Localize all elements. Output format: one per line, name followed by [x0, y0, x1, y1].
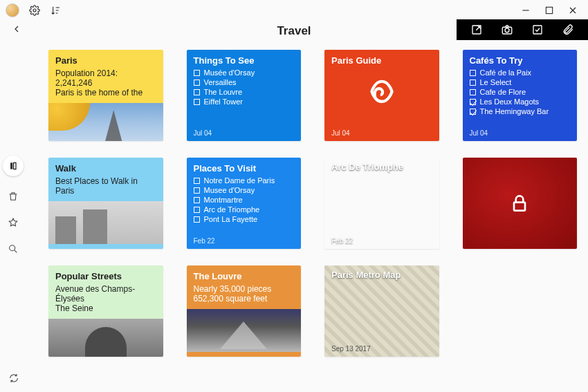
card-date: Jul 04	[194, 129, 212, 137]
svg-rect-6	[10, 162, 12, 169]
avatar[interactable]	[6, 3, 19, 17]
card-title: The Louvre	[194, 271, 295, 281]
attachment-icon[interactable]	[562, 24, 574, 36]
note-card-things-to-see[interactable]: Things To See Musée d'Orsay Versailles T…	[187, 50, 302, 141]
list-item: Café de la Paix	[470, 68, 571, 77]
note-card-walk[interactable]: Walk Best Places to Walk in Paris	[48, 158, 163, 249]
list-item: The Louvre	[194, 88, 295, 96]
note-card-places-to-visit[interactable]: Places To Visit Notre Dame de Paris Muse…	[187, 158, 302, 249]
card-text: Best Places to Walk in Paris	[55, 176, 156, 196]
star-icon[interactable]	[7, 216, 19, 229]
sort-icon[interactable]	[50, 5, 61, 16]
note-card-locked[interactable]	[463, 158, 578, 249]
list-item: Notre Dame de Paris	[194, 176, 295, 185]
maximize-icon[interactable]	[544, 5, 555, 16]
card-image	[48, 319, 163, 357]
view-toggle-button[interactable]	[3, 156, 24, 176]
list-item: Musee d'Orsay	[194, 186, 295, 194]
card-title: Paris Guide	[331, 55, 432, 66]
card-title: Paris Metro Map	[331, 270, 401, 280]
card-title: Places To Visit	[194, 163, 295, 174]
list-item: Arc de Triomphe	[194, 205, 295, 214]
sync-icon[interactable]	[8, 373, 19, 384]
svg-rect-5	[533, 26, 542, 34]
svg-rect-1	[546, 7, 552, 13]
camera-icon[interactable]	[501, 24, 513, 36]
note-card-arc-de-triomphe[interactable]: Arc De Triomphe Feb 22	[324, 158, 439, 249]
note-card-paris[interactable]: Paris Population 2014: 2,241,246 Paris i…	[48, 50, 163, 141]
card-date: Jul 04	[331, 129, 350, 137]
notes-grid: Paris Population 2014: 2,241,246 Paris i…	[48, 50, 577, 357]
card-image	[187, 309, 302, 352]
svg-point-8	[10, 245, 15, 251]
note-card-popular-streets[interactable]: Popular Streets Avenue des Champs-Élysée…	[48, 265, 163, 357]
card-image	[48, 201, 163, 244]
card-text: Population 2014: 2,241,246	[55, 68, 156, 88]
card-text: The Seine	[55, 304, 156, 313]
note-card-metro-map[interactable]: Paris Metro Map Sep 13 2017	[324, 265, 439, 357]
list-item: Cafe de Flore	[470, 88, 571, 96]
lock-icon	[463, 158, 578, 249]
list-item: Versailles	[194, 78, 295, 86]
pdf-icon	[365, 77, 399, 114]
card-date: Feb 22	[331, 237, 353, 245]
list-item: Pont La Fayette	[194, 215, 295, 223]
list-item: The Hemingway Bar	[470, 107, 571, 115]
list-item: Eiffel Tower	[194, 97, 295, 106]
action-bar	[457, 19, 588, 40]
card-date: Jul 04	[470, 129, 488, 137]
card-date: Sep 13 2017	[331, 345, 371, 353]
note-card-the-louvre[interactable]: The Louvre Nearly 35,000 pieces 652,300 …	[187, 265, 302, 357]
card-image	[48, 103, 163, 141]
card-title: Paris	[55, 55, 156, 66]
card-title: Walk	[55, 163, 156, 174]
card-title: Popular Streets	[55, 271, 156, 281]
card-title: Cafés To Try	[470, 55, 571, 66]
list-item: Le Select	[470, 78, 571, 86]
svg-point-0	[33, 9, 36, 12]
card-text: Nearly 35,000 pieces 652,300 square feet	[194, 284, 295, 304]
compose-icon[interactable]	[470, 24, 483, 36]
card-text: Paris is the home of the	[55, 88, 156, 97]
card-title: Arc De Triomphe	[331, 162, 403, 172]
list-item: Montmartre	[194, 196, 295, 204]
search-icon[interactable]	[7, 243, 19, 255]
window-titlebar	[0, 0, 588, 21]
svg-point-4	[505, 28, 509, 32]
settings-icon[interactable]	[29, 5, 40, 16]
svg-rect-7	[14, 162, 16, 169]
close-icon[interactable]	[567, 5, 578, 16]
note-card-paris-guide[interactable]: Paris Guide Jul 04	[324, 50, 439, 141]
svg-rect-9	[514, 203, 525, 211]
page-header: Travel	[0, 21, 588, 41]
card-date: Feb 22	[194, 237, 215, 245]
minimize-icon[interactable]	[520, 5, 531, 16]
note-card-cafes[interactable]: Cafés To Try Café de la Paix Le Select C…	[463, 50, 578, 141]
list-item: Les Deux Magots	[470, 97, 571, 106]
list-item: Musée d'Orsay	[194, 68, 295, 77]
trash-icon[interactable]	[7, 190, 19, 203]
card-title: Things To See	[194, 55, 295, 66]
side-toolbar	[3, 156, 24, 255]
card-text: Avenue des Champs-Élysées	[55, 284, 156, 304]
checklist-icon[interactable]	[531, 24, 544, 36]
